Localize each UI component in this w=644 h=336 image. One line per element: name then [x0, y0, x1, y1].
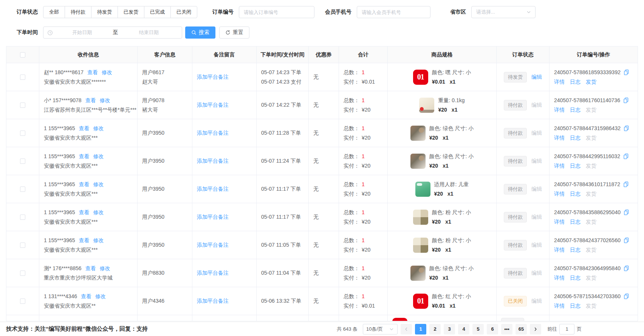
row-checkbox[interactable]	[20, 271, 25, 276]
modify-receiver-link[interactable]: 修改	[93, 152, 104, 161]
row-checkbox[interactable]	[20, 187, 25, 192]
pagination-more-button[interactable]: •••	[501, 324, 512, 334]
row-checkbox[interactable]	[20, 215, 25, 220]
select-all-checkbox[interactable]	[20, 52, 25, 58]
view-receiver-link[interactable]: 查看	[79, 236, 90, 245]
view-receiver-link[interactable]: 查看	[87, 68, 98, 77]
order-detail-link[interactable]: 详情	[554, 301, 565, 311]
row-checkbox[interactable]	[20, 103, 25, 108]
order-ship-link[interactable]: 发货	[586, 77, 596, 87]
copy-icon[interactable]	[623, 97, 629, 103]
order-detail-link[interactable]: 详情	[554, 77, 565, 87]
modify-receiver-link[interactable]: 修改	[100, 264, 110, 273]
order-detail-link[interactable]: 详情	[554, 217, 565, 227]
status-filter-button[interactable]: 已发货	[118, 6, 144, 18]
status-filter-button[interactable]: 已关闭	[170, 6, 197, 18]
order-log-link[interactable]: 日志	[570, 105, 581, 115]
order-log-link[interactable]: 日志	[570, 161, 581, 171]
search-button[interactable]: 搜索	[185, 26, 215, 39]
order-log-link[interactable]: 日志	[570, 77, 581, 87]
order-status-badge: 已关闭	[504, 296, 527, 306]
pagination-page-button[interactable]: 4	[458, 324, 469, 334]
view-receiver-link[interactable]: 查看	[79, 180, 90, 189]
total-count-line: 总数：1	[344, 208, 383, 217]
status-filter-button[interactable]: 待发货	[91, 6, 118, 18]
add-platform-note-link[interactable]: 添加平台备注	[197, 156, 252, 166]
modify-receiver-link[interactable]: 修改	[93, 124, 104, 133]
phone-label: 会员手机号	[325, 9, 351, 16]
order-log-link[interactable]: 日志	[570, 217, 581, 227]
row-checkbox[interactable]	[20, 299, 25, 304]
view-receiver-link[interactable]: 查看	[85, 264, 96, 273]
row-checkbox[interactable]	[20, 75, 25, 80]
view-receiver-link[interactable]: 查看	[85, 96, 96, 105]
chevron-left-icon[interactable]	[401, 324, 412, 334]
order-detail-link[interactable]: 详情	[554, 133, 565, 143]
view-receiver-link[interactable]: 查看	[79, 152, 90, 161]
pagination-page-button[interactable]: 3	[444, 324, 455, 334]
pagination-page-button[interactable]: 6	[487, 324, 498, 334]
order-log-link[interactable]: 日志	[570, 301, 581, 311]
chevron-right-icon[interactable]	[530, 324, 541, 334]
add-platform-note-link[interactable]: 添加平台备注	[197, 212, 252, 222]
pagination-page-button[interactable]: 5	[472, 324, 484, 334]
add-platform-note-link[interactable]: 添加平台备注	[197, 296, 252, 306]
page-size-select[interactable]: 10条/页	[363, 324, 398, 334]
order-no-input[interactable]	[239, 6, 314, 18]
row-checkbox[interactable]	[20, 243, 25, 248]
order-log-link[interactable]: 日志	[570, 133, 581, 143]
modify-receiver-link[interactable]: 修改	[100, 96, 110, 105]
order-detail-link[interactable]: 详情	[554, 245, 565, 255]
status-filter-button[interactable]: 待付款	[65, 6, 91, 18]
order-log-link[interactable]: 日志	[570, 245, 581, 255]
phone-input[interactable]	[357, 6, 430, 18]
pagination-page-button[interactable]: 65	[516, 324, 527, 334]
date-end-input[interactable]: 结束日期	[120, 29, 178, 36]
region-select[interactable]: 请选择...	[471, 6, 536, 18]
order-detail-link[interactable]: 详情	[554, 189, 565, 199]
product-spec-cell: 颜色: 绿色 尺寸: 小¥20x1	[388, 119, 497, 147]
add-platform-note-link[interactable]: 添加平台备注	[197, 184, 252, 194]
total-count-label: 总数：	[344, 181, 359, 187]
view-receiver-link[interactable]: 查看	[79, 124, 90, 133]
add-platform-note-link[interactable]: 添加平台备注	[197, 268, 252, 278]
order-detail-link[interactable]: 详情	[554, 161, 565, 171]
date-start-input[interactable]: 开始日期	[53, 29, 111, 36]
order-detail-link[interactable]: 详情	[554, 273, 565, 283]
copy-icon[interactable]	[624, 293, 629, 299]
pagination-page-button[interactable]: 2	[429, 324, 441, 334]
view-receiver-link[interactable]: 查看	[79, 208, 90, 217]
edit-order-link[interactable]: 编辑	[531, 72, 542, 82]
row-checkbox[interactable]	[20, 159, 25, 164]
date-range-picker[interactable]: 开始日期 至 结束日期	[43, 26, 182, 39]
copy-icon[interactable]	[623, 181, 629, 187]
status-filter-button[interactable]: 已完成	[144, 6, 171, 18]
modify-receiver-link[interactable]: 修改	[102, 68, 112, 77]
row-checkbox[interactable]	[20, 131, 25, 136]
order-log-link[interactable]: 日志	[570, 273, 581, 283]
view-receiver-link[interactable]: 查看	[81, 292, 91, 301]
copy-icon[interactable]	[624, 209, 629, 215]
add-platform-note-link[interactable]: 添加平台备注	[197, 128, 252, 138]
add-platform-note-link[interactable]: 添加平台备注	[197, 100, 252, 110]
status-filter-button[interactable]: 全部	[43, 6, 65, 18]
goto-page-input[interactable]	[559, 324, 574, 334]
modify-receiver-link[interactable]: 修改	[93, 236, 104, 245]
modify-receiver-link[interactable]: 修改	[93, 180, 104, 189]
order-log-link[interactable]: 日志	[570, 189, 581, 199]
copy-icon[interactable]	[623, 153, 629, 159]
column-header: 下单时间/支付时间	[261, 50, 305, 59]
reset-button[interactable]: 重置	[219, 26, 249, 39]
add-platform-note-link[interactable]: 添加平台备注	[197, 240, 252, 250]
customer-cell: 用户4346	[138, 287, 192, 315]
copy-icon[interactable]	[624, 265, 629, 271]
add-platform-note-link[interactable]: 添加平台备注	[197, 72, 252, 82]
copy-icon[interactable]	[624, 237, 629, 243]
copy-icon[interactable]	[624, 69, 629, 75]
copy-icon[interactable]	[624, 125, 629, 131]
spec-text: 颜色: 红 尺寸: 小	[432, 292, 471, 301]
order-detail-link[interactable]: 详情	[554, 105, 565, 115]
modify-receiver-link[interactable]: 修改	[95, 292, 106, 301]
pagination-page-button[interactable]: 1	[415, 324, 426, 334]
modify-receiver-link[interactable]: 修改	[93, 208, 104, 217]
